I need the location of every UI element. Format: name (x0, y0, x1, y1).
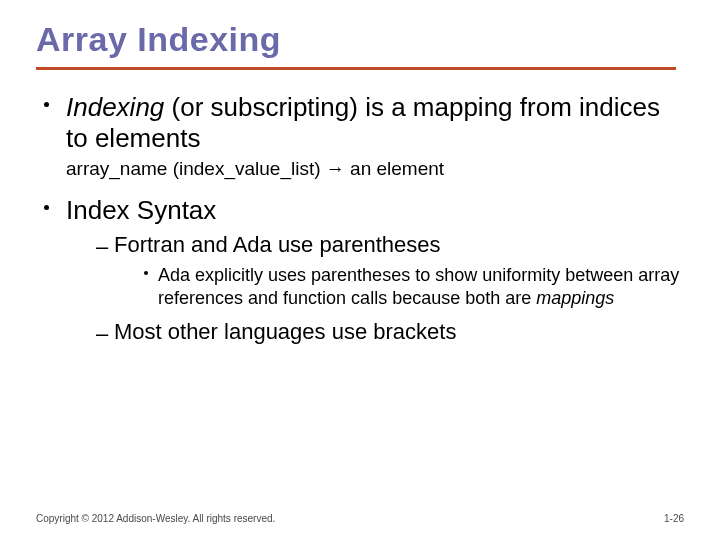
subsub-item-ada: Ada explicitly uses parentheses to show … (144, 264, 684, 309)
emphasis-mappings: mappings (536, 288, 614, 308)
title-underline (36, 67, 676, 70)
bullet-text: Index Syntax (66, 195, 684, 226)
bullet-item-indexing: Indexing (or subscripting) is a mapping … (42, 92, 684, 181)
bullet-item-index-syntax: Index Syntax – Fortran and Ada use paren… (42, 195, 684, 345)
slide-footer: Copyright © 2012 Addison-Wesley. All rig… (36, 513, 684, 524)
slide-title: Array Indexing (36, 20, 684, 59)
bullet-list-level2: – Fortran and Ada use parentheses Ada ex… (66, 232, 684, 346)
bullet-icon (44, 205, 49, 210)
sub-text: Fortran and Ada use parentheses (114, 232, 684, 258)
dot-icon (144, 271, 148, 275)
sub-text: Most other languages use brackets (114, 319, 684, 345)
mapping-notation: array_name (index_value_list) → an eleme… (66, 157, 684, 181)
bullet-icon (44, 102, 49, 107)
page-number: 1-26 (664, 513, 684, 524)
bullet-list-level3: Ada explicitly uses parentheses to show … (114, 264, 684, 309)
slide: Array Indexing Indexing (or subscripting… (0, 0, 720, 540)
sub-item-fortran-ada: – Fortran and Ada use parentheses Ada ex… (96, 232, 684, 309)
slide-body: Indexing (or subscripting) is a mapping … (36, 92, 684, 346)
copyright-text: Copyright © 2012 Addison-Wesley. All rig… (36, 513, 275, 524)
dash-icon: – (96, 321, 108, 347)
bullet-text: Indexing (or subscripting) is a mapping … (66, 92, 684, 153)
dash-icon: – (96, 234, 108, 260)
emphasis-indexing: Indexing (66, 92, 164, 122)
bullet-list-level1: Indexing (or subscripting) is a mapping … (42, 92, 684, 346)
subsub-text: Ada explicitly uses parentheses to show … (158, 264, 684, 309)
sub-item-brackets: – Most other languages use brackets (96, 319, 684, 345)
